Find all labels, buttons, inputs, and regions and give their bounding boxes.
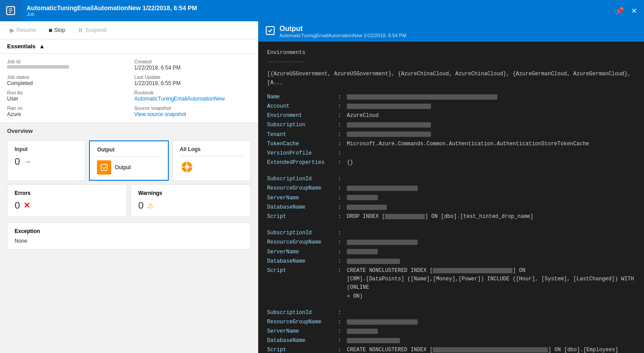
header-title-block: AutomaticTuningEmailAutomationNew 1/22/2…	[21, 2, 613, 19]
errors-body: 0 ✕	[15, 200, 120, 211]
redacted-value	[347, 104, 431, 109]
created-value: 1/22/2018, 6:54 PM	[134, 65, 251, 71]
pin-button[interactable]: 📌	[613, 5, 626, 17]
field-name: Script	[267, 212, 338, 221]
field-name: DatabaseName	[267, 257, 338, 266]
job-id-bar	[7, 65, 69, 69]
output-content[interactable]: Environments ------------ [{AzureUSGover…	[258, 42, 644, 353]
field-name: DatabaseName	[267, 203, 338, 212]
header-icon	[0, 0, 21, 21]
table-row: ServerName :	[267, 327, 635, 336]
redacted-value	[347, 186, 418, 191]
redacted-value	[347, 195, 378, 200]
source-snapshot-link[interactable]: View source snapshot	[134, 111, 186, 117]
input-card[interactable]: Input 0 →	[7, 140, 85, 181]
field-name: Name	[267, 93, 338, 102]
input-arrow-icon: →	[23, 157, 31, 167]
field-name: ResourceGroupName	[267, 318, 338, 327]
exception-title: Exception	[15, 228, 243, 234]
block3-table: SubscriptionId : ResourceGroupName : Ser…	[267, 308, 635, 353]
table-row: SubscriptionId :	[267, 229, 635, 238]
right-header-text: Output AutomaticTuningEmailAutomationNew…	[279, 25, 406, 38]
all-logs-card[interactable]: All Logs	[172, 140, 251, 181]
table-row: Subscription :	[267, 120, 635, 130]
main-container: ▶ Resume ■ Stop ⏸ Suspend Essentials ▲ J…	[0, 21, 644, 353]
redacted-inline	[385, 214, 425, 219]
job-id-label: Job Id	[7, 59, 124, 64]
redacted-value	[347, 132, 431, 137]
field-name: Script	[267, 266, 338, 301]
created-label: Created	[134, 59, 251, 64]
environments-label: Environments	[267, 49, 635, 57]
ran-on-value: Azure	[7, 111, 124, 117]
redacted-value	[347, 338, 400, 343]
field-name: SubscriptionId	[267, 175, 338, 184]
table-row: DatabaseName :	[267, 257, 635, 266]
warnings-card[interactable]: Warnings 0 ⚠	[131, 184, 251, 217]
run-as-field: Run As User	[7, 90, 124, 102]
runbook-link[interactable]: AutomaticTuningEmailAutomationNew	[134, 96, 225, 102]
field-value: {}	[347, 158, 635, 167]
output-card-label: Output	[115, 164, 131, 171]
redacted-inline	[433, 268, 512, 273]
table-row: ResourceGroupName :	[267, 238, 635, 247]
all-logs-title: All Logs	[180, 146, 243, 152]
ran-on-field: Ran on Azure	[7, 105, 124, 117]
field-value: Microsoft.Azure.Commands.Common.Authenti…	[347, 140, 635, 149]
output-card-inner: Output	[97, 156, 160, 175]
right-panel-subtitle: AutomaticTuningEmailAutomationNew 1/22/2…	[279, 33, 406, 38]
table-row: Name :	[267, 93, 635, 102]
right-header: Output AutomaticTuningEmailAutomationNew…	[258, 21, 644, 42]
field-value: CREATE NONCLUSTERED INDEX [] ON [dbo].[E…	[347, 345, 635, 353]
env-line: [{AzureUSGovernment, AzureUSGovernment},…	[267, 70, 635, 87]
warnings-title: Warnings	[138, 190, 243, 196]
field-name: ResourceGroupName	[267, 184, 338, 193]
table-row: ResourceGroupName :	[267, 318, 635, 327]
warning-triangle-icon: ⚠	[147, 202, 153, 210]
field-name: ExtendedProperties	[267, 158, 338, 167]
job-status-field: Job status Completed	[7, 74, 124, 86]
left-panel: ▶ Resume ■ Stop ⏸ Suspend Essentials ▲ J…	[0, 21, 258, 353]
error-x-icon: ✕	[23, 201, 30, 210]
resume-button[interactable]: ▶ Resume	[7, 25, 39, 35]
field-name: ServerName	[267, 194, 338, 203]
stop-button[interactable]: ■ Stop	[46, 25, 68, 35]
runbook-label: Runbook	[134, 90, 251, 95]
last-update-field: Last Update 1/22/2018, 6:55 PM	[134, 74, 251, 86]
svg-point-6	[185, 165, 189, 169]
output-card[interactable]: Output Output	[89, 140, 168, 181]
exception-section: Exception None	[7, 222, 251, 250]
header-actions: 📌 ✕	[613, 5, 644, 17]
essentials-grid: Job Id Created 1/22/2018, 6:54 PM Job st…	[0, 54, 258, 123]
right-panel: Output AutomaticTuningEmailAutomationNew…	[258, 21, 644, 353]
job-status-label: Job status	[7, 74, 124, 80]
resume-icon: ▶	[10, 27, 15, 34]
fields-table: Name : Account : Environment : AzureClou…	[267, 93, 635, 168]
stop-icon: ■	[49, 27, 52, 34]
runbook-field: Runbook AutomaticTuningEmailAutomationNe…	[134, 90, 251, 102]
suspend-icon: ⏸	[78, 27, 84, 34]
toolbar: ▶ Resume ■ Stop ⏸ Suspend	[0, 21, 258, 39]
table-row: Script : CREATE NONCLUSTERED INDEX [] ON…	[267, 266, 635, 301]
all-logs-icon	[180, 160, 194, 174]
errors-count: 0	[15, 200, 20, 211]
close-button[interactable]: ✕	[629, 5, 639, 17]
header-title: AutomaticTuningEmailAutomationNew 1/22/2…	[27, 4, 608, 12]
job-id-field: Job Id	[7, 59, 124, 71]
field-name: DatabaseName	[267, 336, 338, 345]
source-snapshot-field: Source snapshot View source snapshot	[134, 105, 251, 117]
last-update-value: 1/22/2018, 6:55 PM	[134, 80, 251, 86]
essentials-label: Essentials	[7, 43, 35, 50]
field-name: TokenCache	[267, 140, 338, 149]
warnings-count: 0	[138, 200, 144, 211]
run-as-value: User	[7, 96, 124, 102]
created-field: Created 1/22/2018, 6:54 PM	[134, 59, 251, 71]
errors-card[interactable]: Errors 0 ✕	[7, 184, 127, 217]
cards-row-2: Errors 0 ✕ Warnings 0 ⚠	[0, 184, 258, 221]
redacted-value	[347, 240, 418, 245]
redacted-value	[347, 329, 378, 334]
redacted-value	[347, 122, 431, 128]
suspend-button[interactable]: ⏸ Suspend	[75, 25, 109, 35]
input-card-title: Input	[15, 146, 78, 152]
field-name: ServerName	[267, 248, 338, 257]
